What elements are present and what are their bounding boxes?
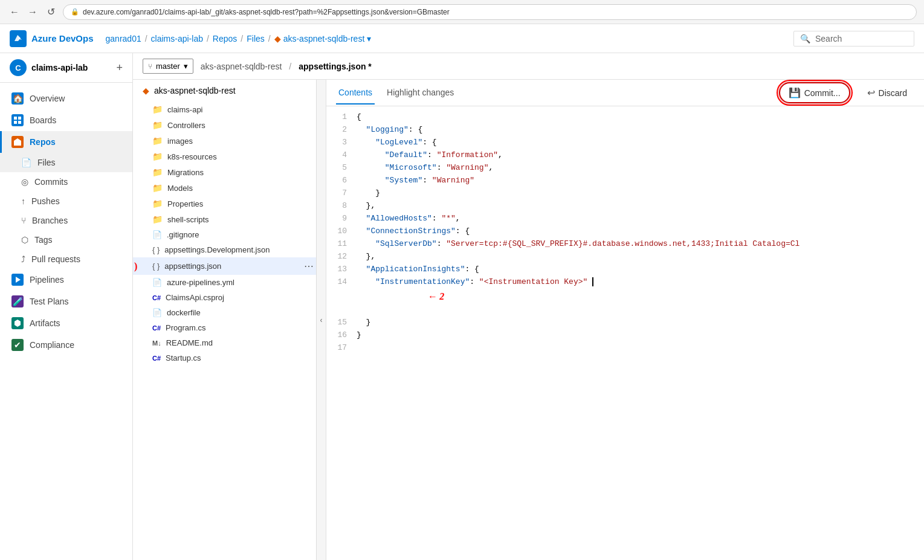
sidebar-item-artifacts[interactable]: Artifacts (0, 312, 132, 334)
tree-repo-name: aks-aspnet-sqldb-rest (154, 86, 236, 95)
breadcrumb-repo[interactable]: ◆ aks-aspnet-sqldb-rest ▾ (274, 34, 372, 43)
azure-logo[interactable]: Azure DevOps (10, 30, 94, 47)
tree-item-menu-button[interactable]: ⋯ (302, 260, 316, 272)
browser-nav: ← → ↺ (7, 5, 58, 19)
discard-label: Discard (879, 88, 907, 98)
folder-icon: 📁 (152, 167, 163, 177)
folder-icon: 📁 (152, 214, 163, 224)
pullrequests-icon: ⤴ (21, 254, 25, 264)
sidebar-item-commits[interactable]: ◎ Commits (0, 172, 132, 191)
tree-folder-shell[interactable]: 📁 shell-scripts (133, 211, 326, 227)
code-line-12: 12 }, (326, 251, 924, 263)
tree-file-claimsapi-csproj[interactable]: C# ClaimsApi.csproj (133, 290, 326, 305)
sidebar-item-boards[interactable]: Boards (0, 109, 132, 131)
branch-dropdown-icon: ▾ (184, 62, 188, 71)
tree-folder-controllers[interactable]: 📁 Controllers (133, 117, 326, 133)
breadcrumb-project[interactable]: claims-api-lab (151, 34, 203, 43)
address-bar[interactable]: 🔒 dev.azure.com/ganrad01/claims-api-lab/… (63, 4, 917, 20)
branch-selector[interactable]: ⑂ master ▾ (143, 59, 193, 74)
repo-path-name: aks-aspnet-sqldb-rest (201, 62, 282, 71)
breadcrumb-repos[interactable]: Repos (213, 34, 237, 43)
brand-name: Azure DevOps (31, 33, 94, 43)
sidebar-item-overview[interactable]: 🏠 Overview (0, 88, 132, 109)
tree-file-dockerfile[interactable]: 📄 dockerfile (133, 305, 326, 320)
sidebar-item-label: Pull requests (31, 254, 80, 264)
folder-icon: 📁 (152, 136, 163, 146)
sidebar-nav: 🏠 Overview Boards Repos 📄 Files ◎ (0, 83, 132, 560)
sidebar-item-pushes[interactable]: ↑ Pushes (0, 191, 132, 211)
code-content[interactable]: 1 { 2 "Logging": { 3 "LogLevel": { 4 " (326, 106, 924, 560)
browser-bar: ← → ↺ 🔒 dev.azure.com/ganrad01/claims-ap… (0, 0, 924, 24)
tree-folder-migrations[interactable]: 📁 Migrations (133, 164, 326, 180)
repo-toolbar: ⑂ master ▾ aks-aspnet-sqldb-rest / appse… (133, 53, 924, 80)
sidebar: C claims-api-lab + 🏠 Overview Boards (0, 53, 133, 560)
sidebar-item-label: Boards (30, 115, 56, 125)
annotation-2: ← 2 (427, 291, 444, 301)
app-header: Azure DevOps ganrad01 / claims-api-lab /… (0, 24, 924, 53)
sidebar-item-test-plans[interactable]: 🧪 Test Plans (0, 291, 132, 312)
csproj-icon: C# (152, 294, 161, 301)
tab-contents[interactable]: Contents (336, 82, 375, 105)
code-line-10: 10 "ConnectionStrings": { (326, 225, 924, 238)
sidebar-item-tags[interactable]: ⬡ Tags (0, 230, 132, 249)
tab-highlight[interactable]: Highlight changes (384, 82, 456, 105)
breadcrumb: ganrad01 / claims-api-lab / Repos / File… (106, 34, 793, 43)
code-line-15: 15 } (326, 317, 924, 329)
sidebar-item-label: Repos (30, 137, 56, 147)
collapse-icon: ‹ (320, 316, 323, 324)
folder-icon: 📁 (152, 120, 163, 130)
save-icon: 💾 (789, 87, 801, 98)
breadcrumb-org[interactable]: ganrad01 (106, 34, 141, 43)
sidebar-item-compliance[interactable]: ✔ Compliance (0, 334, 132, 356)
tree-file-readme[interactable]: M↓ README.md (133, 335, 326, 350)
lock-icon: 🔒 (71, 8, 79, 16)
sidebar-item-pull-requests[interactable]: ⤴ Pull requests (0, 249, 132, 269)
tree-file-program-cs[interactable]: C# Program.cs (133, 320, 326, 335)
tree-folder-images[interactable]: 📁 images (133, 133, 326, 149)
tree-folder-claims-api[interactable]: 📁 claims-api (133, 101, 326, 117)
svg-rect-2 (14, 121, 17, 124)
add-project-button[interactable]: + (116, 62, 123, 74)
tree-file-gitignore[interactable]: 📄 .gitignore (133, 227, 326, 242)
reload-button[interactable]: ↺ (44, 5, 58, 19)
folder-icon: 📁 (152, 199, 163, 208)
tree-file-appsettings-dev[interactable]: { } appsettings.Development.json (133, 242, 326, 257)
branch-name: master (156, 62, 180, 71)
repo-tree-icon: ◆ (143, 86, 149, 95)
branch-icon: ⑂ (148, 62, 152, 71)
tree-folder-properties[interactable]: 📁 Properties (133, 196, 326, 211)
sidebar-item-label: Tags (34, 235, 53, 245)
back-button[interactable]: ← (7, 5, 22, 19)
commit-button[interactable]: 💾 Commit... (779, 82, 850, 103)
svg-rect-0 (14, 117, 17, 120)
folder-icon: 📁 (152, 105, 163, 114)
commit-label: Commit... (804, 88, 841, 98)
azure-logo-icon (10, 30, 27, 47)
undo-icon: ↩ (867, 87, 875, 98)
sidebar-item-pipelines[interactable]: Pipelines (0, 269, 132, 291)
sidebar-item-repos[interactable]: Repos (0, 131, 132, 153)
content-area: ⑂ master ▾ aks-aspnet-sqldb-rest / appse… (133, 53, 924, 560)
sidebar-item-files[interactable]: 📄 Files (0, 153, 132, 172)
discard-button[interactable]: ↩ Discard (860, 83, 914, 102)
overview-icon: 🏠 (11, 92, 24, 105)
sidebar-item-branches[interactable]: ⑂ Branches (0, 211, 132, 230)
code-line-11: 11 "SqlServerDb": "Server=tcp:#{SQL_SRV_… (326, 238, 924, 251)
folder-icon: 📁 (152, 152, 163, 161)
tree-file-azure-pipelines[interactable]: 📄 azure-pipelines.yml (133, 275, 326, 290)
search-icon: 🔍 (800, 34, 810, 43)
sidebar-item-label: Compliance (30, 340, 74, 350)
file-path-name: appsettings.json * (299, 62, 372, 71)
breadcrumb-files[interactable]: Files (247, 34, 265, 43)
header-search[interactable]: 🔍 Search (793, 31, 914, 47)
pipelines-icon (11, 274, 24, 286)
tree-file-appsettings[interactable]: ) { } appsettings.json ⋯ (133, 257, 326, 275)
forward-button[interactable]: → (25, 5, 40, 19)
project-name: claims-api-lab (31, 63, 88, 72)
boards-icon (11, 114, 24, 126)
tree-file-startup-cs[interactable]: C# Startup.cs (133, 350, 326, 365)
tree-folder-models[interactable]: 📁 Models (133, 180, 326, 196)
tags-icon: ⬡ (21, 235, 28, 245)
tree-collapse-handle[interactable]: ‹ (316, 80, 326, 560)
tree-folder-k8s[interactable]: 📁 k8s-resources (133, 149, 326, 164)
